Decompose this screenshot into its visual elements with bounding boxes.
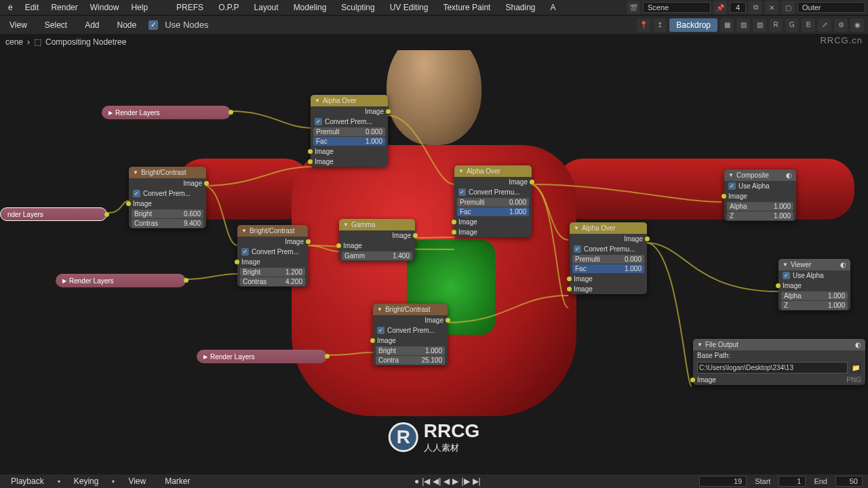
bb-keying[interactable]: Keying (68, 475, 104, 487)
bb-playback[interactable]: Playback (5, 475, 50, 487)
workspace-texpaint[interactable]: Texture Paint (436, 1, 497, 14)
menu-file[interactable]: e (3, 1, 18, 14)
sphere-icon[interactable]: ◐ (855, 341, 861, 348)
z-field[interactable]: Z1.000 (727, 211, 793, 220)
sphere-icon[interactable]: ◐ (840, 261, 846, 268)
use-alpha-checkbox[interactable]: ✓ (728, 182, 736, 190)
bb-view[interactable]: View (123, 475, 151, 487)
ch-rgba-icon[interactable]: ▦ (720, 18, 734, 32)
convert-checkbox[interactable]: ✓ (458, 188, 466, 196)
workspace-shading[interactable]: Shading (498, 1, 542, 14)
convert-checkbox[interactable]: ✓ (241, 248, 249, 256)
close-icon[interactable]: ✕ (765, 1, 778, 14)
expand-icon[interactable]: ▶ (108, 110, 113, 116)
node-bright-contrast-2[interactable]: ▼Bright/Contrast Image ✓Convert Prem... … (237, 225, 308, 287)
premult-field[interactable]: Premult0.000 (313, 127, 385, 136)
use-nodes-checkbox[interactable]: ✓ (149, 20, 158, 30)
node-composite[interactable]: ▼Composite◐ ✓Use Alpha Image Alpha1.000 … (724, 169, 796, 221)
gamma-field[interactable]: Gamm1.400 (342, 251, 412, 260)
layer-icon[interactable]: ▢ (781, 1, 795, 14)
ch-bw-icon[interactable]: ▧ (753, 18, 766, 32)
node-render-layers-2[interactable]: nder Layers (0, 207, 107, 221)
bright-field[interactable]: Bright1.000 (376, 346, 445, 355)
contrast-field[interactable]: Contras4.200 (240, 277, 305, 286)
convert-checkbox[interactable]: ✓ (377, 327, 384, 334)
use-alpha-checkbox[interactable]: ✓ (783, 272, 790, 279)
record-icon[interactable]: ● (414, 476, 419, 486)
workspace-opp[interactable]: O.P.P (212, 1, 245, 14)
scene-field[interactable]: Scene (643, 2, 711, 13)
workspace-more[interactable]: A (544, 1, 563, 14)
breadcrumb-tree[interactable]: Compositing Nodetree (45, 37, 126, 47)
prev-key-icon[interactable]: ◀| (433, 476, 441, 486)
zoom-fit-icon[interactable]: ⤢ (818, 18, 831, 32)
bright-field[interactable]: Bright0.600 (132, 209, 203, 218)
node-render-layers-1[interactable]: ▶ Render Layers (102, 106, 231, 119)
fac-field[interactable]: Fac1.000 (313, 137, 385, 146)
node-render-layers-3[interactable]: ▶ Render Layers (56, 274, 186, 287)
viewlayer-field[interactable]: Outer (797, 2, 865, 13)
alpha-field[interactable]: Alpha1.000 (781, 291, 848, 300)
sub-view[interactable]: View (4, 19, 33, 31)
menu-edit[interactable]: Edit (20, 1, 45, 14)
workspace-sculpting[interactable]: Sculpting (334, 1, 381, 14)
menu-render[interactable]: Render (45, 1, 83, 14)
contrast-field[interactable]: Contras9.400 (132, 219, 203, 228)
folder-icon[interactable]: 📁 (850, 363, 861, 373)
options-icon[interactable]: ⚙ (834, 18, 848, 32)
fac-field[interactable]: Fac1.000 (457, 207, 529, 216)
next-key-icon[interactable]: |▶ (461, 476, 469, 486)
copy-icon[interactable]: ⧉ (749, 1, 762, 14)
current-frame-field[interactable]: 19 (699, 476, 747, 487)
workspace-layout[interactable]: Layout (248, 1, 285, 14)
expand-icon[interactable]: ▶ (62, 278, 66, 284)
ch-r[interactable]: R (769, 18, 783, 32)
convert-checkbox[interactable]: ✓ (574, 245, 581, 253)
breadcrumb-scene[interactable]: cene (5, 37, 23, 47)
node-alpha-over-3[interactable]: ▼Alpha Over Image ✓Convert Premu... Prem… (570, 222, 647, 294)
contrast-field[interactable]: Contra25.100 (376, 356, 445, 365)
premult-field[interactable]: Premulti0.000 (457, 198, 529, 207)
node-gamma[interactable]: ▼Gamma Image Image Gamm1.400 (339, 219, 415, 261)
fac-field[interactable]: Fac1.000 (572, 264, 644, 273)
expand-icon[interactable]: ▶ (203, 354, 208, 360)
menu-window[interactable]: Window (85, 1, 125, 14)
node-alpha-over-2[interactable]: ▼Alpha Over Image ✓Convert Premu... Prem… (454, 165, 532, 237)
menu-help[interactable]: Help (125, 1, 153, 14)
frame-indicator[interactable]: 4 (730, 2, 746, 13)
ch-b[interactable]: B (802, 18, 815, 32)
pin-tree-icon[interactable]: 📍 (637, 18, 650, 32)
ch-rgb-icon[interactable]: ▨ (736, 18, 750, 32)
end-frame-field[interactable]: 50 (835, 476, 863, 487)
node-bright-contrast-1[interactable]: ▼Bright/Contrast Image ✓Convert Prem... … (129, 167, 206, 228)
sub-node[interactable]: Node (112, 19, 142, 31)
ch-g[interactable]: G (785, 18, 799, 32)
sub-add[interactable]: Add (79, 19, 104, 31)
premult-field[interactable]: Premulti0.000 (572, 255, 644, 264)
pin-icon[interactable]: 📌 (713, 1, 727, 14)
convert-checkbox[interactable]: ✓ (133, 190, 140, 197)
jump-end-icon[interactable]: ▶| (473, 476, 481, 486)
alpha-field[interactable]: Alpha1.000 (727, 202, 793, 211)
z-field[interactable]: Z1.000 (781, 301, 848, 310)
node-viewer[interactable]: ▼Viewer◐ ✓Use Alpha Image Alpha1.000 Z1.… (778, 259, 850, 310)
overlay-icon[interactable]: ◉ (850, 18, 864, 32)
node-alpha-over-1[interactable]: ▼Alpha Over Image ✓Convert Prem... Premu… (311, 95, 388, 167)
node-file-output[interactable]: ▼File Output◐ Base Path: 📁 ImagePNG (693, 339, 865, 385)
backdrop-button[interactable]: Backdrop (669, 18, 717, 32)
start-frame-field[interactable]: 1 (778, 476, 806, 487)
bright-field[interactable]: Bright1.200 (240, 268, 305, 277)
jump-start-icon[interactable]: |◀ (422, 476, 430, 486)
workspace-uv[interactable]: UV Editing (383, 1, 435, 14)
node-editor-canvas[interactable]: ▶ Render Layers nder Layers ▶ Render Lay… (0, 50, 868, 474)
arrow-icon[interactable]: ↥ (653, 18, 667, 32)
scene-icon[interactable]: 🎬 (627, 1, 640, 14)
play-rev-icon[interactable]: ◀ (443, 476, 450, 486)
workspace-modeling[interactable]: Modeling (287, 1, 334, 14)
basepath-field[interactable] (697, 362, 848, 373)
node-render-layers-4[interactable]: ▶ Render Layers (197, 350, 327, 363)
node-bright-contrast-3[interactable]: ▼Bright/Contrast Image ✓Convert Prem... … (373, 304, 448, 365)
convert-checkbox[interactable]: ✓ (315, 118, 322, 125)
workspace-prefs[interactable]: PREFS (170, 1, 210, 14)
play-icon[interactable]: ▶ (452, 476, 458, 486)
